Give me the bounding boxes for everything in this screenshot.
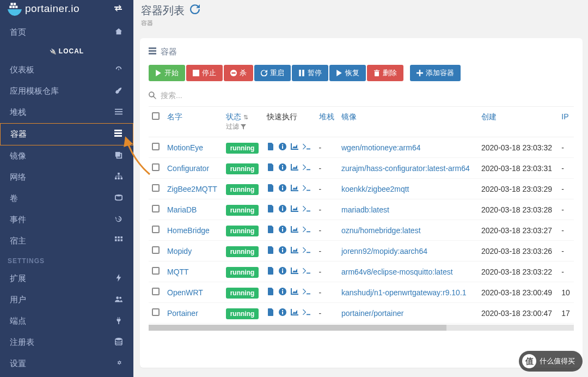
select-all-checkbox[interactable] (152, 112, 160, 120)
col-state[interactable]: 状态 ⇅过滤 (223, 107, 264, 137)
inspect-icon[interactable] (279, 184, 286, 193)
logs-icon[interactable] (267, 226, 274, 235)
image-link[interactable]: arm64v8/eclipse-mosquitto:latest (338, 262, 478, 282)
inspect-icon[interactable] (279, 308, 286, 318)
logs-icon[interactable] (267, 308, 274, 318)
add-container-button[interactable]: 添加容器 (410, 65, 461, 81)
image-link[interactable]: zurajm/hass-configurator:latest-arm64 (338, 158, 478, 179)
inspect-icon[interactable] (279, 163, 286, 173)
stop-button[interactable]: 停止 (186, 65, 223, 81)
sidebar-item-database[interactable]: 注册表 (0, 332, 133, 353)
console-icon[interactable] (303, 246, 310, 256)
container-name-link[interactable]: MotionEye (164, 137, 223, 158)
sidebar-item-dashboard[interactable]: 仪表板 (0, 59, 133, 81)
remove-button[interactable]: 删除 (367, 65, 403, 81)
stats-icon[interactable] (291, 226, 298, 235)
inspect-icon[interactable] (279, 226, 286, 235)
col-created[interactable]: 创建 (478, 107, 558, 137)
row-checkbox[interactable] (152, 246, 160, 254)
container-name-link[interactable]: OpenWRT (164, 282, 223, 303)
restart-button[interactable]: 重启 (254, 65, 291, 81)
image-link[interactable]: mariadb:latest (338, 199, 478, 220)
sidebar-item-rocket[interactable]: 应用模板仓库 (0, 81, 133, 102)
row-checkbox[interactable] (152, 267, 160, 275)
refresh-icon[interactable] (190, 5, 200, 16)
image-link[interactable]: koenkk/zigbee2mqtt (338, 179, 478, 199)
logs-icon[interactable] (267, 205, 274, 214)
console-icon[interactable] (303, 184, 310, 193)
search-input[interactable] (161, 91, 324, 100)
console-icon[interactable] (303, 226, 310, 235)
filter-icon[interactable] (241, 124, 246, 130)
inspect-icon[interactable] (279, 288, 286, 297)
console-icon[interactable] (303, 163, 310, 173)
col-ip[interactable]: IP (558, 107, 574, 137)
row-checkbox[interactable] (152, 184, 160, 192)
container-name-link[interactable]: Mopidy (164, 241, 223, 262)
image-link[interactable]: wgen/motioneye:arm64 (338, 137, 478, 158)
image-link[interactable]: jorenn92/mopidy:aarch64 (338, 241, 478, 262)
logs-icon[interactable] (267, 267, 274, 276)
console-icon[interactable] (303, 288, 310, 297)
stats-icon[interactable] (291, 143, 298, 152)
inspect-icon[interactable] (279, 246, 286, 256)
row-checkbox[interactable] (152, 163, 160, 171)
stats-icon[interactable] (291, 288, 298, 297)
col-stack[interactable]: 堆栈 (316, 107, 338, 137)
kill-button[interactable]: 杀 (224, 65, 253, 81)
sidebar-item-plug[interactable]: 端点 (0, 311, 133, 332)
stats-icon[interactable] (291, 205, 298, 214)
console-icon[interactable] (303, 267, 310, 276)
row-checkbox[interactable] (152, 288, 160, 295)
row-checkbox[interactable] (152, 226, 160, 233)
inspect-icon[interactable] (279, 205, 286, 214)
sidebar-item-sitemap[interactable]: 网络 (0, 167, 133, 188)
start-button[interactable]: 开始 (149, 65, 185, 81)
row-checkbox[interactable] (152, 308, 160, 316)
sidebar-item-users[interactable]: 用户 (0, 289, 133, 311)
sidebar-item-bars[interactable]: 容器 (0, 123, 133, 145)
stats-icon[interactable] (291, 184, 298, 193)
sidebar-item-list[interactable]: 堆栈 (0, 102, 133, 123)
row-checkbox[interactable] (152, 143, 160, 150)
resume-button[interactable]: 恢复 (329, 65, 366, 81)
sidebar-item-hdd[interactable]: 卷 (0, 188, 133, 209)
container-name-link[interactable]: ZigBee2MQTT (164, 179, 223, 199)
logs-icon[interactable] (267, 143, 274, 152)
logs-icon[interactable] (267, 163, 274, 173)
container-name-link[interactable]: HomeBridge (164, 220, 223, 241)
sidebar-item-history[interactable]: 事件 (0, 209, 133, 230)
swap-icon[interactable] (114, 4, 126, 14)
sidebar-item-cogs[interactable]: 设置 (0, 353, 133, 374)
container-name-link[interactable]: MariaDB (164, 199, 223, 220)
stats-icon[interactable] (291, 246, 298, 256)
stats-icon[interactable] (291, 163, 298, 173)
pause-button[interactable]: 暂停 (292, 65, 328, 81)
console-icon[interactable] (303, 308, 310, 318)
image-link[interactable]: oznu/homebridge:latest (338, 220, 478, 241)
sidebar-item-bolt[interactable]: 扩展 (0, 268, 133, 289)
container-name-link[interactable]: MQTT (164, 262, 223, 282)
sidebar-item-th[interactable]: 宿主 (0, 230, 133, 252)
brand-logo[interactable]: portainer.io (0, 0, 133, 22)
stats-icon[interactable] (291, 308, 298, 318)
sidebar-item-home[interactable]: 首页 (0, 22, 133, 43)
stats-icon[interactable] (291, 267, 298, 276)
ip-cell: - (558, 262, 574, 282)
logs-icon[interactable] (267, 184, 274, 193)
sidebar-item-clone[interactable]: 镜像 (0, 145, 133, 167)
col-image[interactable]: 镜像 (338, 107, 478, 137)
image-link[interactable]: kanshudj/n1-openwrtgateway:r9.10.1 (338, 282, 478, 303)
container-name-link[interactable]: Configurator (164, 158, 223, 179)
image-link[interactable]: portainer/portainer (338, 303, 478, 324)
row-checkbox[interactable] (152, 205, 160, 212)
logs-icon[interactable] (267, 288, 274, 297)
col-name[interactable]: 名字 (164, 107, 223, 137)
inspect-icon[interactable] (279, 143, 286, 152)
logs-icon[interactable] (267, 246, 274, 256)
console-icon[interactable] (303, 143, 310, 152)
container-name-link[interactable]: Portainer (164, 303, 223, 324)
inspect-icon[interactable] (279, 267, 286, 276)
horizontal-scrollbar[interactable] (149, 325, 574, 331)
console-icon[interactable] (303, 205, 310, 214)
